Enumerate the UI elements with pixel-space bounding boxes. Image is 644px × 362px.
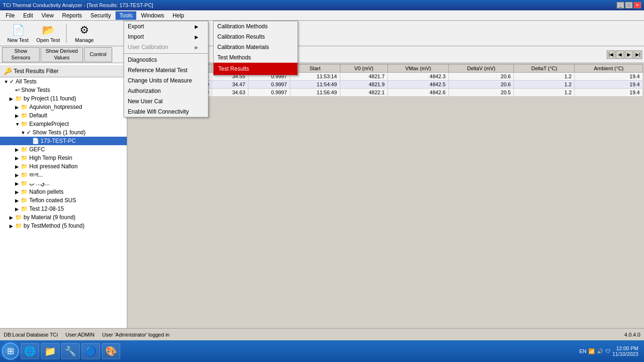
new-test-label: New Test xyxy=(7,37,28,43)
menu-windows[interactable]: Windows xyxy=(137,11,168,20)
tree-item-arabic[interactable]: ▶ 📁 ي... ب... xyxy=(0,179,127,188)
menu-help[interactable]: Help xyxy=(169,11,188,20)
locale-label: EN xyxy=(579,348,586,354)
tools-new-user-cal-label: New User Cal xyxy=(128,98,163,105)
icon-nafion-pellets: 📁 xyxy=(21,189,28,195)
tree-item-show-tests[interactable]: ↩ Show Tests xyxy=(0,86,127,94)
toggle-bangla[interactable]: ▶ xyxy=(15,173,21,178)
tools-user-cal-item[interactable]: User Calibration ▶ xyxy=(124,42,208,52)
tools-new-user-cal-item[interactable]: New User Cal xyxy=(124,96,208,107)
cell-invm-2: 34.47 xyxy=(212,81,248,89)
toolbar-separator xyxy=(66,24,66,43)
show-derived-values-btn[interactable]: Show DerivedValues xyxy=(41,47,83,62)
taskbar-ie[interactable]: 🌐 xyxy=(21,343,39,359)
status-db: DB:Local Database TCi xyxy=(4,332,58,337)
tree-item-all-tests[interactable]: ▼ ✓ All Tests xyxy=(0,77,127,86)
toggle-show-tests-1[interactable]: ▼ xyxy=(21,130,26,135)
tree-item-nafion-pellets[interactable]: ▶ 📁 Nafion pellets xyxy=(0,188,127,196)
tools-export-item[interactable]: Export ▶ xyxy=(124,21,208,32)
menu-reports[interactable]: Reports xyxy=(58,11,86,20)
toggle-by-project[interactable]: ▶ xyxy=(9,96,15,101)
export-cal-results-item[interactable]: Calibration Results xyxy=(214,32,297,42)
taskbar-tools[interactable]: 🔧 xyxy=(61,343,80,359)
tools-import-item[interactable]: Import ▶ xyxy=(124,32,208,42)
tools-enable-wifi-item[interactable]: Enable Wifi Connectivity xyxy=(124,107,208,117)
cell-v0-1: 4821.7 xyxy=(340,73,388,81)
navigation-arrows: |◀ ◀ ▶ ▶| xyxy=(607,50,642,59)
tools-diagnostics-item[interactable]: Diagnostics xyxy=(124,55,208,65)
tree-item-bangla[interactable]: ▶ 📁 বাংলা... xyxy=(0,171,127,179)
title-bar: TCi Thermal Conductivity Analyzer - [Tes… xyxy=(0,0,644,10)
label-test-12: Test 12-08-15 xyxy=(29,206,64,212)
tree-item-by-test-method[interactable]: ▶ 📁 by TestMethod (5 found) xyxy=(0,222,127,230)
status-bar: DB:Local Database TCi User:ADMIN User 'A… xyxy=(0,328,644,340)
export-arrow-icon: ▶ xyxy=(195,24,198,29)
toggle-high-temp-resin[interactable]: ▶ xyxy=(15,156,21,161)
tree-item-show-tests-1[interactable]: ▼ ✓ Show Tests (1 found) xyxy=(0,128,127,137)
tree-item-example-project[interactable]: ▼ 📁 ExampleProject xyxy=(0,120,127,128)
tools-user-cal-label: User Calibration xyxy=(128,44,168,50)
export-test-results-item[interactable]: Test Results xyxy=(214,63,297,75)
taskbar-explorer[interactable]: 📁 xyxy=(41,343,59,359)
tools-change-units-item[interactable]: Change Units of Measure xyxy=(124,75,208,86)
export-test-results-label: Test Results xyxy=(218,66,249,72)
toggle-aquivion[interactable]: ▶ xyxy=(15,105,21,110)
tree-item-by-project[interactable]: ▶ 📁 by Project (11 found) xyxy=(0,94,127,103)
open-test-button[interactable]: 📂 Open Test xyxy=(34,23,62,44)
tree-item-test-12[interactable]: ▶ 📁 Test 12-08-15 xyxy=(0,205,127,213)
icon-example-project: 📁 xyxy=(21,121,28,127)
label-by-test-method: by TestMethod (5 found) xyxy=(24,222,84,229)
new-test-button[interactable]: 📄 New Test xyxy=(4,23,32,44)
tree-item-teflon[interactable]: ▶ 📁 Teflon coated SUS xyxy=(0,196,127,205)
export-test-methods-item[interactable]: Test Methods xyxy=(214,52,297,63)
icon-high-temp-resin: 📁 xyxy=(21,155,28,161)
prev-record-btn[interactable]: ◀ xyxy=(616,50,624,59)
export-cal-methods-item[interactable]: Calibration Methods xyxy=(214,21,297,32)
tree-item-by-material[interactable]: ▶ 📁 by Material (9 found) xyxy=(0,213,127,222)
close-btn[interactable]: ✕ xyxy=(634,2,641,8)
tools-authorization-item[interactable]: Authorization xyxy=(124,86,208,96)
tree-item-default[interactable]: ▶ 📁 Default xyxy=(0,111,127,120)
toggle-teflon[interactable]: ▶ xyxy=(15,198,21,203)
show-sensors-btn[interactable]: Show Sensors xyxy=(2,47,40,62)
toggle-by-material[interactable]: ▶ xyxy=(9,215,15,220)
first-record-btn[interactable]: |◀ xyxy=(607,50,615,59)
taskbar: ⊞ 🌐 📁 🔧 🔵 🎨 EN 📶 🔊 🛡 12:00 PM 11/10/2023 xyxy=(0,340,644,362)
menu-edit[interactable]: Edit xyxy=(19,11,37,20)
tree-item-gefc[interactable]: ▶ 📁 GEFC xyxy=(0,145,127,154)
toggle-hot-pressed-nafion[interactable]: ▶ xyxy=(15,164,21,169)
cell-deltav-1: 20.6 xyxy=(449,73,514,81)
cell-invm-3: 34.63 xyxy=(212,89,248,97)
toggle-gefc[interactable]: ▶ xyxy=(15,147,21,152)
toggle-nafion-pellets[interactable]: ▶ xyxy=(15,189,21,195)
tree-item-aquivion[interactable]: ▶ 📁 Aquivion_hotpressed xyxy=(0,103,127,111)
toggle-default[interactable]: ▶ xyxy=(15,113,21,118)
taskbar-paint[interactable]: 🎨 xyxy=(102,343,120,359)
filter-icon: 🔑 xyxy=(4,67,12,75)
tree-item-173-test-pc[interactable]: 📄 173-TEST-PC xyxy=(0,137,127,145)
toggle-all-tests[interactable]: ▼ xyxy=(4,79,9,84)
menu-tools[interactable]: Tools xyxy=(116,11,136,20)
export-cal-materials-item[interactable]: Calibration Materials xyxy=(214,42,297,52)
tools-ref-material-item[interactable]: Reference Material Test xyxy=(124,65,208,75)
control-btn[interactable]: Control xyxy=(84,47,112,62)
clock[interactable]: 12:00 PM 11/10/2023 xyxy=(612,346,638,357)
tree-item-hot-pressed-nafion[interactable]: ▶ 📁 Hot pressed Nafion xyxy=(0,162,127,171)
toggle-arabic[interactable]: ▶ xyxy=(15,181,21,186)
manage-button[interactable]: ⚙ Manage xyxy=(70,23,99,44)
menu-view[interactable]: View xyxy=(38,11,58,20)
maximize-btn[interactable]: □ xyxy=(625,2,633,8)
menu-security[interactable]: Security xyxy=(87,11,115,20)
toggle-test-12[interactable]: ▶ xyxy=(15,206,21,212)
taskbar-edge[interactable]: 🔵 xyxy=(82,343,100,359)
toggle-example-project[interactable]: ▼ xyxy=(15,122,21,127)
start-button[interactable]: ⊞ xyxy=(2,343,19,360)
last-record-btn[interactable]: ▶| xyxy=(634,50,642,59)
toggle-by-test-method[interactable]: ▶ xyxy=(9,223,15,229)
minimize-btn[interactable]: _ xyxy=(617,2,624,8)
menu-file[interactable]: File xyxy=(2,11,18,20)
next-record-btn[interactable]: ▶ xyxy=(625,50,633,59)
label-teflon: Teflon coated SUS xyxy=(29,197,76,204)
tree-item-high-temp-resin[interactable]: ▶ 📁 High Temp Resin xyxy=(0,154,127,162)
export-cal-results-label: Calibration Results xyxy=(217,33,265,40)
